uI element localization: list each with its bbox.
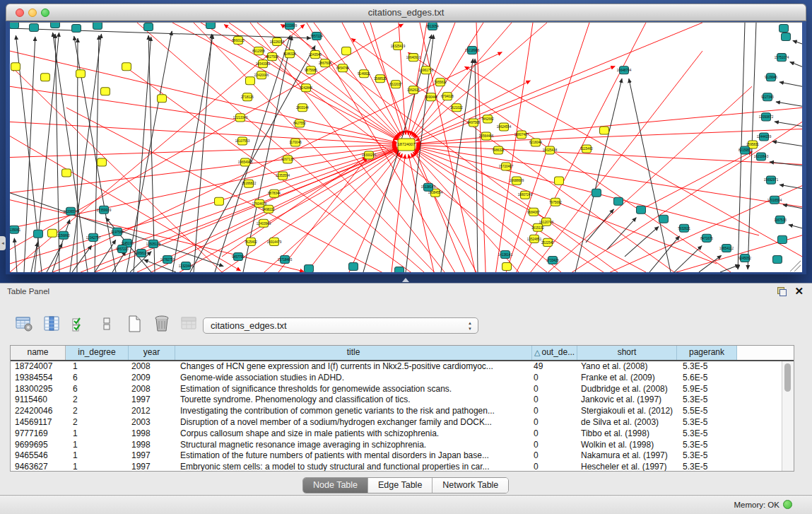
table-cell[interactable]: 0 <box>532 428 577 440</box>
table-cell[interactable]: 9115460 <box>11 395 66 406</box>
graph-node[interactable] <box>62 169 71 177</box>
graph-edge[interactable] <box>776 102 802 106</box>
graph-edge[interactable] <box>349 153 402 272</box>
row-selection-icon[interactable] <box>69 314 89 334</box>
table-cell[interactable]: Disruption of a novel member of a sodium… <box>175 417 532 428</box>
table-cell[interactable]: Changes of HCN gene expression and I(f) … <box>175 361 532 373</box>
graph-node[interactable] <box>502 262 512 270</box>
table-cell[interactable]: Nakamura et al. (1997) <box>577 450 677 462</box>
graph-edge[interactable] <box>264 151 399 272</box>
side-panel-handle[interactable]: ◂ <box>0 236 6 250</box>
graph-edge[interactable] <box>10 122 396 144</box>
table-cell[interactable]: 1998 <box>129 428 175 440</box>
graph-edge[interactable] <box>674 246 702 272</box>
table-cell[interactable]: 1997 <box>129 450 175 462</box>
table-cell[interactable]: 1 <box>66 361 129 373</box>
table-cell[interactable]: 5.5E-5 <box>677 406 737 417</box>
table-cell[interactable]: 18724007 <box>11 361 66 373</box>
graph-node[interactable] <box>158 95 167 103</box>
table-cell[interactable]: 1997 <box>129 462 175 472</box>
table-cell[interactable]: 1997 <box>129 395 175 406</box>
table-cell[interactable]: 5.9E-5 <box>677 384 737 395</box>
graph-node[interactable] <box>41 74 50 81</box>
graph-node[interactable] <box>51 23 60 28</box>
table-cell[interactable]: Franke et al. (2009) <box>577 373 677 384</box>
table-cell[interactable]: Jankovic et al. (1997) <box>577 395 677 406</box>
graph-edge[interactable] <box>222 150 398 272</box>
table-cell[interactable]: 0 <box>532 450 577 462</box>
table-scrollbar-thumb[interactable] <box>784 363 791 392</box>
table-cell[interactable]: 14569117 <box>11 417 66 428</box>
table-cell[interactable]: 6 <box>66 384 129 395</box>
table-row[interactable]: 911546021997Tourette syndrome. Phenomeno… <box>11 395 782 406</box>
graph-node[interactable] <box>101 88 110 95</box>
table-row[interactable]: 2242004622012Investigating the contribut… <box>11 406 782 417</box>
table-cell[interactable]: 0 <box>532 395 577 406</box>
graph-node[interactable] <box>600 127 609 134</box>
table-cell[interactable]: Estimation of the future numbers of pati… <box>175 450 532 462</box>
graph-edge[interactable] <box>10 24 404 250</box>
table-cell[interactable]: 9699695 <box>11 440 66 451</box>
table-cell[interactable]: 0 <box>532 373 577 384</box>
table-cell[interactable]: Investigating the contribution of common… <box>175 406 532 417</box>
table-cell[interactable]: 5.3E-5 <box>677 450 737 462</box>
table-row[interactable]: 969969511998Structural magnetic resonanc… <box>11 440 782 451</box>
table-cell[interactable]: 0 <box>532 462 577 472</box>
table-cell[interactable]: 2009 <box>129 373 175 384</box>
graph-node[interactable] <box>637 206 646 214</box>
close-panel-icon[interactable]: ✕ <box>794 285 804 298</box>
graph-node[interactable] <box>592 189 601 197</box>
table-row[interactable]: 1938455462009Genome-wide association stu… <box>11 373 782 384</box>
graph-node[interactable] <box>122 63 131 71</box>
table-cell[interactable]: 9463627 <box>11 462 66 472</box>
graph-node[interactable] <box>215 197 224 205</box>
graph-node[interactable] <box>779 25 789 33</box>
table-row[interactable]: 1872400712008Changes of HCN gene express… <box>11 361 782 373</box>
graph-edge[interactable] <box>475 59 478 272</box>
graph-node[interactable] <box>555 177 564 185</box>
table-cell[interactable]: 5.3E-5 <box>677 440 737 451</box>
table-cell[interactable]: Tibbo et al. (1998) <box>577 428 677 440</box>
graph-edge[interactable] <box>413 23 512 137</box>
graph-edge[interactable] <box>779 82 802 86</box>
table-selector-dropdown[interactable]: citations_edges.txt ▲▼ <box>203 317 478 334</box>
table-cell[interactable]: 1 <box>66 450 129 462</box>
table-cell[interactable]: 2 <box>66 395 129 406</box>
table-cell[interactable]: Estimation of significance thresholds fo… <box>175 384 532 395</box>
table-cell[interactable]: 9777169 <box>11 428 66 440</box>
float-panel-icon[interactable] <box>777 287 787 296</box>
graph-edge[interactable] <box>52 220 70 272</box>
graph-node[interactable] <box>93 23 102 30</box>
graph-node[interactable] <box>10 23 19 29</box>
table-cell[interactable]: 1 <box>66 440 129 451</box>
graph-node[interactable] <box>342 47 351 55</box>
splitter-collapse-arrow-icon[interactable] <box>402 278 409 282</box>
graph-edge[interactable] <box>222 157 367 257</box>
graph-edge[interactable] <box>629 78 671 272</box>
graph-edge[interactable] <box>793 40 802 44</box>
table-cell[interactable]: Hescheler et al. (1997) <box>577 462 677 472</box>
table-cell[interactable]: Structural magnetic resonance image aver… <box>175 440 532 451</box>
table-row[interactable]: 1456911722003Disruption of a novel membe… <box>11 417 782 428</box>
column-header-out_de[interactable]: △out_de... <box>532 346 577 360</box>
table-cell[interactable]: 9465546 <box>11 450 66 462</box>
graph-node[interactable] <box>659 215 669 223</box>
graph-edge[interactable] <box>250 23 486 272</box>
table-cell[interactable]: de Silva et al. (2003) <box>577 417 677 428</box>
graph-node[interactable] <box>98 158 107 166</box>
column-header-in_degree[interactable]: in_degree <box>66 346 129 360</box>
graph-edge[interactable] <box>720 264 739 272</box>
graph-edge[interactable] <box>172 35 213 272</box>
table-cell[interactable]: 2012 <box>129 406 175 417</box>
graph-node[interactable] <box>614 197 623 205</box>
memory-status-icon[interactable] <box>783 500 792 509</box>
tab-network-table[interactable]: Network Table <box>433 478 508 493</box>
column-header-year[interactable]: year <box>129 346 175 360</box>
network-canvas[interactable]: 8860123891295818226058982750816543382818… <box>10 23 802 272</box>
graph-edge[interactable] <box>586 209 613 243</box>
graph-node[interactable] <box>48 229 57 237</box>
table-cell[interactable]: 2008 <box>129 384 175 395</box>
graph-node[interactable] <box>72 25 81 33</box>
table-cell[interactable]: 2008 <box>129 361 175 373</box>
table-cell[interactable]: 1 <box>66 428 129 440</box>
